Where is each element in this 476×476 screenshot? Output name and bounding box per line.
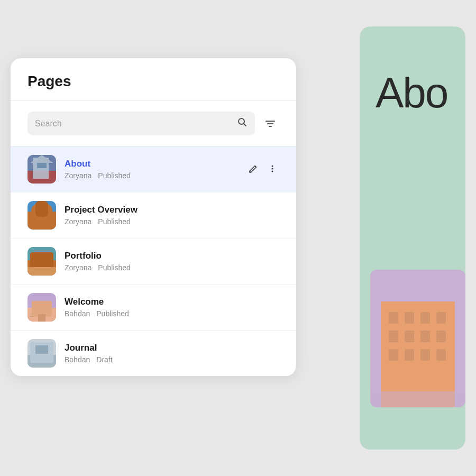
page-meta: Zoryana Published — [65, 263, 279, 272]
page-info: Journal Bohdan Draft — [65, 343, 279, 364]
svg-rect-4 — [420, 312, 430, 324]
svg-point-25 — [272, 165, 273, 167]
svg-rect-6 — [389, 331, 398, 342]
svg-line-16 — [244, 124, 246, 126]
page-list: About Zoryana Published — [11, 147, 296, 376]
edit-button[interactable] — [246, 162, 260, 177]
page-author: Zoryana — [65, 263, 91, 272]
svg-rect-3 — [405, 312, 414, 324]
svg-rect-31 — [35, 201, 48, 217]
page-status: Published — [96, 309, 129, 318]
page-info: About Zoryana Published — [65, 159, 238, 180]
list-item[interactable]: Project Overview Zoryana Published — [11, 193, 296, 239]
page-name: About — [65, 159, 238, 169]
page-name: Journal — [65, 343, 279, 353]
page-author: Zoryana — [65, 171, 91, 180]
page-status: Draft — [96, 355, 112, 364]
list-item[interactable]: About Zoryana Published — [11, 147, 296, 193]
page-name: Project Overview — [65, 205, 279, 215]
search-box[interactable]: Search — [28, 112, 255, 135]
svg-rect-44 — [35, 345, 48, 354]
svg-rect-14 — [370, 391, 465, 407]
page-thumbnail — [28, 339, 56, 368]
page-thumbnail — [28, 201, 56, 230]
page-author: Bohdan — [65, 309, 90, 318]
page-status: Published — [98, 217, 131, 226]
pages-card: Pages Search — [11, 58, 296, 376]
page-title: Pages — [28, 73, 279, 90]
search-row: Search — [11, 101, 296, 147]
page-name: Portfolio — [65, 251, 279, 261]
list-item[interactable]: Portfolio Zoryana Published — [11, 239, 296, 285]
svg-rect-35 — [28, 267, 56, 276]
svg-rect-10 — [389, 349, 398, 361]
page-meta: Zoryana Published — [65, 217, 279, 226]
svg-point-26 — [272, 168, 273, 169]
page-name: Welcome — [65, 297, 279, 307]
svg-rect-5 — [436, 312, 446, 324]
page-meta: Bohdan Draft — [65, 355, 279, 364]
page-status: Published — [98, 171, 131, 180]
more-button[interactable] — [266, 162, 279, 177]
page-info: Project Overview Zoryana Published — [65, 205, 279, 226]
search-placeholder: Search — [35, 119, 233, 129]
page-info: Portfolio Zoryana Published — [65, 251, 279, 272]
svg-rect-2 — [389, 312, 398, 324]
background-green-panel: Abo — [360, 26, 465, 450]
card-header: Pages — [11, 58, 296, 101]
page-actions — [246, 162, 279, 177]
page-thumbnail — [28, 155, 56, 184]
svg-rect-9 — [436, 331, 446, 342]
page-thumbnail — [28, 247, 56, 276]
page-status: Published — [98, 263, 131, 272]
page-author: Zoryana — [65, 217, 91, 226]
background-text: Abo — [376, 69, 447, 117]
search-icon — [237, 117, 248, 130]
svg-point-27 — [272, 170, 273, 172]
page-author: Bohdan — [65, 355, 90, 364]
page-thumbnail — [28, 293, 56, 322]
svg-rect-8 — [420, 331, 430, 342]
filter-icon — [264, 118, 276, 130]
svg-rect-11 — [405, 349, 414, 361]
svg-rect-39 — [38, 314, 45, 322]
svg-rect-12 — [420, 349, 430, 361]
scene: Abo — [11, 26, 465, 450]
svg-rect-13 — [436, 349, 446, 361]
page-meta: Zoryana Published — [65, 171, 238, 180]
page-meta: Bohdan Published — [65, 309, 279, 318]
svg-rect-7 — [405, 331, 414, 342]
list-item[interactable]: Journal Bohdan Draft — [11, 331, 296, 376]
filter-button[interactable] — [261, 115, 279, 133]
list-item[interactable]: Welcome Bohdan Published — [11, 285, 296, 331]
background-building-image — [370, 270, 465, 407]
page-info: Welcome Bohdan Published — [65, 297, 279, 318]
